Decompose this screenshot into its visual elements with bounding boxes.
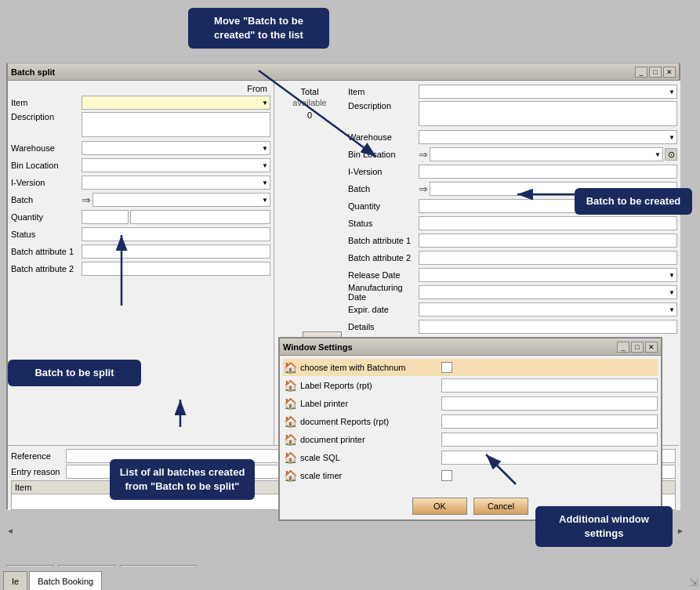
details-label-right: Details xyxy=(348,322,419,331)
item-dropdown-arrow-left: ▼ xyxy=(262,100,268,107)
description-input-left[interactable] xyxy=(82,112,270,137)
batch-arrow-left: ▼ xyxy=(262,197,268,204)
nav-tab-ie[interactable]: Ie xyxy=(3,571,27,590)
description-input-right[interactable] xyxy=(419,101,677,126)
batch-attr2-row-right: Batch attribute 2 xyxy=(348,250,677,266)
resize-corner[interactable]: ⇲ xyxy=(689,576,698,588)
batch-select-left[interactable]: ▼ xyxy=(92,193,270,207)
bin-location-label-right: Bin Location xyxy=(348,150,419,159)
settings-input-label-reports[interactable] xyxy=(441,378,658,393)
settings-label-label-reports: Label Reports (rpt) xyxy=(300,381,441,390)
i-version-input-right[interactable] xyxy=(419,165,677,179)
quantity-input-large-left[interactable] xyxy=(130,210,270,224)
settings-checkbox-scale-timer[interactable] xyxy=(441,470,452,481)
batch-split-titlebar: Batch split _ □ ✕ xyxy=(8,63,679,81)
reference-label: Reference xyxy=(11,451,66,461)
scroll-left[interactable]: ◄ xyxy=(6,527,14,535)
batch-row-left: Batch ⇒ ▼ xyxy=(11,192,270,208)
settings-controls: _ □ ✕ xyxy=(617,342,658,353)
batch-attr1-label-left: Batch attribute 1 xyxy=(11,247,82,256)
batch-attr2-label-left: Batch attribute 2 xyxy=(11,264,82,273)
batch-attr1-label-right: Batch attribute 1 xyxy=(348,236,419,245)
close-button[interactable]: ✕ xyxy=(663,67,676,78)
settings-close-button[interactable]: ✕ xyxy=(645,342,658,353)
manufacturing-date-select-right[interactable]: ▼ xyxy=(419,285,677,299)
settings-input-doc-printer[interactable] xyxy=(441,433,658,447)
description-label-left: Description xyxy=(11,112,82,121)
quantity-input-small-left[interactable] xyxy=(82,210,129,224)
settings-row-doc-printer: 🏠 document printer xyxy=(283,431,658,448)
expiry-date-select-right[interactable]: ▼ xyxy=(419,302,677,317)
scroll-right[interactable]: ► xyxy=(676,527,684,535)
bin-location-select-left[interactable]: ▼ xyxy=(82,158,270,172)
settings-input-scale-sql[interactable] xyxy=(441,451,658,465)
warehouse-arrow-right: ▼ xyxy=(669,134,675,141)
details-row-right: Details xyxy=(348,319,677,335)
bin-location-row-right: Bin Location ⇒ ▼ ⊙ xyxy=(348,147,677,162)
nav-tabs: Ie Batch Booking xyxy=(0,566,700,590)
release-date-arrow-right: ▼ xyxy=(669,272,675,279)
item-select-right[interactable]: ▼ xyxy=(419,85,677,99)
i-version-row-right: I-Version xyxy=(348,164,677,179)
bin-location-extra-btn-right[interactable]: ⊙ xyxy=(665,148,677,161)
bin-location-dropdown-arrow-right: ▼ xyxy=(655,151,661,158)
settings-row-label-printer: 🏠 Label printer xyxy=(283,395,658,412)
settings-icon-scale-sql: 🏠 xyxy=(283,451,297,465)
settings-label-label-printer: Label printer xyxy=(300,399,441,408)
quantity-zero: 0 xyxy=(307,110,312,120)
available-label: available xyxy=(292,98,326,107)
warehouse-arrow-left: ▼ xyxy=(262,145,268,152)
settings-cancel-button[interactable]: Cancel xyxy=(473,498,528,515)
settings-ok-button[interactable]: OK xyxy=(412,498,467,515)
item-row-right: Item ▼ xyxy=(348,84,677,100)
nav-tab-batch-booking[interactable]: Batch Booking xyxy=(29,571,102,590)
settings-input-doc-reports[interactable] xyxy=(441,414,658,429)
bin-location-select-right[interactable]: ▼ xyxy=(430,147,663,161)
i-version-select-left[interactable]: ▼ xyxy=(82,176,270,190)
settings-maximize-button[interactable]: □ xyxy=(631,342,644,353)
i-version-arrow-left: ▼ xyxy=(262,179,268,186)
status-row-right: Status xyxy=(348,215,677,231)
batch-split-controls: _ □ ✕ xyxy=(635,67,676,78)
settings-row-batchnum: 🏠 choose item with Batchnum xyxy=(283,359,658,376)
batch-attr2-input-right[interactable] xyxy=(419,251,677,265)
batch-split-title: Batch split xyxy=(11,67,55,77)
maximize-button[interactable]: □ xyxy=(649,67,662,78)
batch-attr2-row-left: Batch attribute 2 xyxy=(11,261,270,277)
settings-label-scale-sql: scale SQL xyxy=(300,453,441,462)
settings-icon-doc-printer: 🏠 xyxy=(283,433,297,447)
settings-input-label-printer[interactable] xyxy=(441,396,658,411)
batch-attr2-label-right: Batch attribute 2 xyxy=(348,253,419,262)
item-label-left: Item xyxy=(11,98,82,107)
status-input-right[interactable] xyxy=(419,216,677,230)
settings-checkbox-batchnum[interactable] xyxy=(441,362,452,373)
from-label: From xyxy=(11,84,270,93)
warehouse-select-right[interactable]: ▼ xyxy=(419,130,677,144)
batch-attr1-row-right: Batch attribute 1 xyxy=(348,233,677,248)
batch-attr2-input-left[interactable] xyxy=(82,262,270,276)
batch-attr1-input-right[interactable] xyxy=(419,233,677,248)
quantity-label-left: Quantity xyxy=(11,212,82,222)
settings-footer: OK Cancel xyxy=(412,498,528,515)
settings-row-scale-sql: 🏠 scale SQL xyxy=(283,449,658,466)
settings-label-doc-reports: document Reports (rpt) xyxy=(300,417,441,426)
warehouse-select-left[interactable]: ▼ xyxy=(82,141,270,155)
expiry-date-row-right: Expir. date ▼ xyxy=(348,302,677,317)
item-input-left[interactable]: ▼ xyxy=(82,96,270,110)
bin-location-arrow-icon-right: ⇒ xyxy=(419,148,428,161)
release-date-select-right[interactable]: ▼ xyxy=(419,268,677,282)
minimize-button[interactable]: _ xyxy=(635,67,647,78)
settings-body: 🏠 choose item with Batchnum 🏠 Label Repo… xyxy=(280,356,661,488)
batch-attr1-input-left[interactable] xyxy=(82,244,270,259)
settings-minimize-button[interactable]: _ xyxy=(617,342,629,353)
details-input-right[interactable] xyxy=(419,320,677,334)
status-label-left: Status xyxy=(11,230,82,239)
item-row-left: Item ▼ xyxy=(11,95,270,110)
settings-icon-scale-timer: 🏠 xyxy=(283,469,297,483)
settings-row-doc-reports: 🏠 document Reports (rpt) xyxy=(283,413,658,430)
batch-label-left: Batch xyxy=(11,195,82,205)
status-input-left[interactable] xyxy=(82,227,270,241)
settings-icon-label-printer: 🏠 xyxy=(283,396,297,411)
batch-created-tooltip: Batch to be created xyxy=(575,188,692,215)
manufacturing-date-arrow-right: ▼ xyxy=(669,289,675,296)
